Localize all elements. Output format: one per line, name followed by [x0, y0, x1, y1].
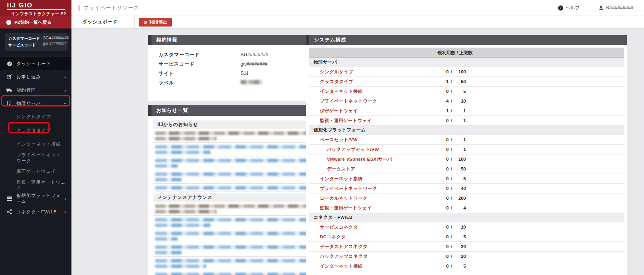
system-item-link[interactable]: データストアコネクタ [309, 244, 367, 250]
usage-limit: 50 [454, 79, 466, 84]
sidebar-item-8[interactable]: 保守ゲートウェイ [0, 165, 71, 178]
sidebar-item-10[interactable]: 仮想化プラットフォーム› [0, 192, 71, 205]
usage-slash: / [449, 264, 454, 268]
sidebar-item-6[interactable]: インターネット接続 [0, 137, 71, 151]
sidebar-item-1[interactable]: お申し込み› [0, 70, 71, 83]
usage-cell: 0/5 [434, 234, 466, 239]
system-item-link[interactable]: インターネット接続 [309, 89, 363, 94]
sidebar-item-11[interactable]: コネクタ・FW/LB› [0, 205, 71, 218]
page-title: プライベートリソース [84, 4, 139, 11]
system-item-link[interactable]: ベースセット/VW [309, 137, 358, 143]
system-item-row: データストアコネクタ0/20 [309, 242, 624, 252]
account-menu[interactable]: SA######## [599, 5, 633, 11]
usage-cell: 0/5 [434, 176, 466, 181]
sidebar: カスタマーコード サービスコード SGA######## gis #######… [0, 28, 71, 275]
usage-limit: 20 [454, 254, 466, 259]
help-link[interactable]: ? ヘルプ [558, 5, 580, 11]
back-link-label: P2契約一覧へ戻る [14, 20, 52, 25]
system-item-row: バックアップコネクタ0/20 [309, 252, 624, 261]
system-item-link[interactable]: プライベートネットワーク [309, 98, 377, 104]
usage-current: 0 [434, 176, 449, 181]
usage-slash: / [449, 176, 454, 181]
usage-slash: / [449, 206, 454, 210]
usage-slash: / [449, 147, 454, 152]
usage-limit: 5 [454, 264, 466, 268]
system-rows: 物理サーバシングルタイプ0/100クラスタタイプ1/50インターネット接続0/5… [309, 58, 624, 271]
usage-slash: / [449, 89, 454, 94]
system-item-link[interactable]: サービスコネクタ [309, 224, 358, 230]
sidebar-item-5[interactable]: クラスタタイプ [0, 124, 71, 137]
system-item-link[interactable]: DCコネクタ [309, 234, 346, 240]
usage-cell: 0/100 [434, 157, 466, 161]
usage-current: 0 [434, 186, 449, 191]
usage-current: 0 [434, 206, 449, 210]
top-bar-right: ? ヘルプ SA######## [558, 5, 633, 11]
sidebar-item-7[interactable]: プライベートネットワーク [0, 151, 71, 165]
customer-code-label: カスタマーコード [8, 36, 40, 41]
usage-cell: 0/5 [434, 89, 466, 94]
back-arrow-icon: ← [6, 20, 11, 25]
system-item-link[interactable]: バックアップコネクタ [309, 254, 368, 259]
contract-row-value [241, 80, 262, 85]
sidebar-item-label: ダッシュボード [16, 61, 66, 67]
usage-current: 1 [434, 79, 449, 84]
sidebar-item-label: クラスタタイプ [16, 128, 66, 133]
system-item-link[interactable]: クラスタタイプ [309, 79, 353, 85]
usage-cell: 1/50 [434, 79, 466, 84]
system-item-row: プライベートネットワーク4/10 [309, 96, 624, 106]
sidebar-item-2[interactable]: 契約管理› [0, 83, 71, 97]
usage-limit: 50 [454, 167, 466, 171]
contract-panel-title: 契約情報 [156, 37, 177, 43]
system-item-link[interactable]: 監視・運用ゲートウェイ [309, 118, 372, 124]
toolbar: ダッシュボード ⊘ 利用停止 [71, 16, 644, 28]
system-item-link[interactable]: データストア [309, 166, 355, 172]
system-panel-body: 現利用数 / 上限数 物理サーバシングルタイプ0/100クラスタタイプ1/50イ… [306, 45, 627, 275]
usage-column-header-row: 現利用数 / 上限数 [309, 48, 624, 58]
logo-text: IIJ GIO [7, 2, 65, 10]
system-item-row: シングルタイプ0/100 [309, 67, 624, 77]
system-item-link[interactable]: シングルタイプ [309, 69, 353, 75]
system-item-row: インターネット接続0/5 [309, 87, 624, 96]
system-item-link[interactable]: VMware vSphere ESXiサーバ [309, 156, 392, 162]
system-item-link[interactable]: ローカルネットワーク [309, 195, 367, 201]
usage-slash: / [449, 118, 454, 123]
customer-code-box: カスタマーコード サービスコード SGA######## gis #######… [5, 33, 68, 51]
system-item-link[interactable]: プライベートネットワーク [309, 186, 377, 192]
system-section-row: 物理サーバ [309, 58, 624, 67]
chevron-down-icon: › [62, 103, 68, 104]
system-item-link[interactable]: インターネット接続 [309, 176, 363, 182]
system-item-row: 監視・運用ゲートウェイ0/4 [309, 203, 624, 213]
tab-dashboard[interactable]: ダッシュボード [71, 16, 135, 28]
sidebar-item-3[interactable]: 物理サーバ› [0, 97, 71, 110]
system-item-link[interactable]: 保守ゲートウェイ [309, 108, 358, 114]
system-section-row: 仮想化プラットフォーム [309, 126, 624, 135]
sidebar-item-4[interactable]: シングルタイプ [0, 110, 71, 124]
usage-limit: 200 [454, 196, 466, 200]
dashboard-icon [6, 60, 12, 67]
usage-current: 0 [434, 225, 449, 229]
sidebar-item-label: 契約管理 [16, 87, 64, 93]
usage-cell: 4/10 [434, 99, 466, 103]
usage-cell: 0/5 [434, 264, 466, 268]
sidebar-item-0[interactable]: ダッシュボード [0, 57, 71, 70]
usage-current: 0 [434, 69, 449, 74]
brand-logo[interactable]: IIJ GIO インフラストラクチャー P2 [0, 0, 71, 16]
usage-slash: / [449, 79, 454, 84]
usage-limit: 10 [454, 225, 466, 229]
system-item-row: ベースセット/VW0/1 [309, 135, 624, 145]
usage-cell: 0/10 [434, 225, 466, 229]
system-item-link[interactable]: 監視・運用ゲートウェイ [309, 205, 372, 211]
sidebar-item-9[interactable]: 監視・運用ゲートウェイ [0, 178, 71, 192]
stop-usage-button[interactable]: ⊘ 利用停止 [139, 18, 172, 27]
system-item-link[interactable]: インターネット接続 [309, 263, 363, 269]
usage-limit: 100 [454, 157, 466, 161]
redacted-value [241, 80, 262, 84]
sidebar-item-label: コネクタ・FW/LB [16, 209, 64, 215]
edit-icon [6, 74, 12, 80]
back-to-contracts-link[interactable]: ← P2契約一覧へ戻る [0, 16, 71, 28]
service-code-label: サービスコード [8, 43, 40, 48]
contract-row-label: サイト [159, 70, 241, 77]
stop-icon: ⊘ [143, 20, 147, 25]
system-item-link[interactable]: バックアップセット/VW [309, 147, 379, 153]
usage-current: 4 [434, 99, 449, 103]
